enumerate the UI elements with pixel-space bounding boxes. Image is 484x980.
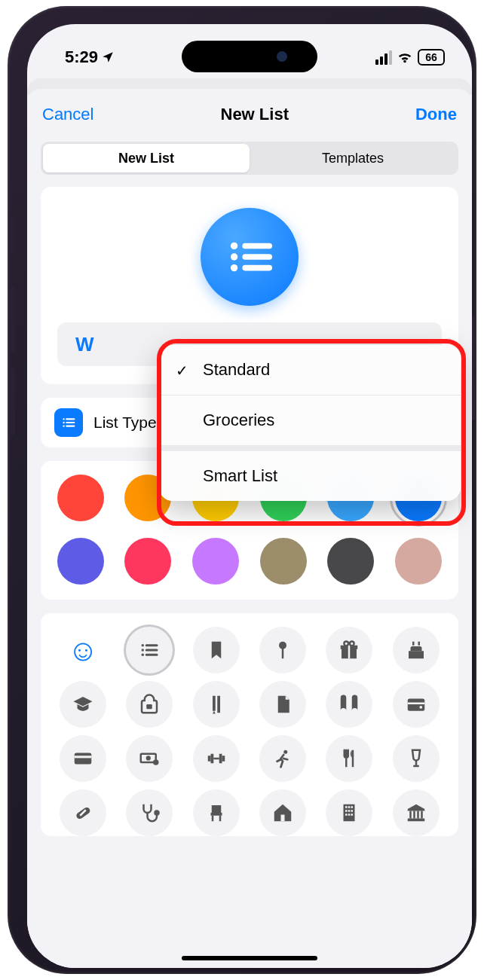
side-button	[9, 285, 15, 353]
svg-rect-65	[351, 814, 354, 816]
done-button[interactable]: Done	[415, 105, 457, 124]
svg-rect-22	[348, 646, 351, 659]
cash-icon[interactable]	[126, 735, 173, 782]
tab-templates[interactable]: Templates	[250, 144, 456, 172]
modal-sheet: Cancel New List Done New List Templates	[27, 89, 472, 968]
color-swatch[interactable]	[192, 538, 239, 585]
svg-rect-64	[348, 814, 351, 816]
svg-rect-39	[208, 756, 211, 762]
battery-indicator: 66	[418, 49, 445, 66]
list-bullet[interactable]	[126, 627, 173, 673]
home-indicator[interactable]	[182, 956, 317, 960]
svg-rect-68	[417, 811, 419, 819]
dynamic-island	[182, 41, 317, 72]
cake-icon[interactable]	[393, 627, 440, 673]
side-button	[9, 368, 15, 435]
svg-rect-31	[408, 699, 425, 711]
svg-point-37	[146, 756, 151, 760]
color-swatch[interactable]	[57, 475, 104, 521]
segmented-control[interactable]: New List Templates	[41, 142, 458, 175]
color-swatch[interactable]	[124, 538, 171, 585]
svg-rect-29	[213, 696, 216, 711]
list-icon-preview	[201, 208, 299, 306]
svg-point-12	[142, 644, 145, 647]
icon-picker-card: ☺	[41, 613, 458, 836]
svg-rect-59	[351, 806, 354, 808]
svg-point-24	[350, 641, 354, 646]
popup-option-smart-list[interactable]: Smart List	[159, 445, 461, 501]
color-swatch[interactable]	[395, 538, 442, 585]
svg-rect-57	[345, 806, 348, 808]
svg-point-38	[153, 759, 159, 765]
running-icon[interactable]	[259, 735, 306, 782]
svg-point-23	[345, 641, 349, 646]
svg-rect-55	[281, 815, 285, 822]
emoji-picker[interactable]: ☺	[60, 627, 106, 673]
list-type-popup: ✓ Standard Groceries Smart List	[159, 345, 461, 501]
screen: 5:29 66 Cancel New List Done New List Te…	[27, 24, 472, 968]
stethoscope-icon[interactable]	[126, 789, 173, 836]
svg-point-44	[283, 750, 287, 754]
book-icon[interactable]	[326, 681, 372, 728]
svg-rect-26	[412, 642, 415, 646]
list-type-row-icon	[54, 408, 83, 437]
svg-rect-70	[408, 819, 425, 822]
dumbbell-icon[interactable]	[193, 735, 240, 782]
svg-point-18	[279, 642, 286, 649]
svg-rect-28	[147, 704, 153, 709]
popup-option-standard[interactable]: ✓ Standard	[159, 345, 461, 395]
svg-point-16	[142, 654, 145, 657]
document-icon[interactable]	[259, 681, 306, 728]
pill-icon[interactable]	[60, 789, 106, 836]
svg-rect-69	[421, 811, 423, 819]
pin-icon[interactable]	[259, 627, 306, 673]
svg-rect-67	[413, 811, 415, 819]
svg-point-10	[63, 425, 64, 426]
svg-rect-35	[75, 756, 92, 758]
svg-rect-34	[75, 753, 92, 765]
pencil-ruler-icon[interactable]	[193, 681, 240, 728]
popup-option-groceries[interactable]: Groceries	[159, 395, 461, 445]
chair-icon[interactable]	[193, 789, 240, 836]
svg-rect-43	[222, 756, 225, 762]
list-name-value: W	[75, 333, 94, 356]
svg-rect-41	[213, 758, 219, 760]
color-swatch[interactable]	[327, 538, 374, 585]
color-swatch[interactable]	[260, 538, 307, 585]
svg-rect-63	[345, 814, 348, 816]
page-title: New List	[221, 105, 289, 124]
svg-rect-58	[348, 806, 351, 808]
svg-rect-66	[409, 811, 412, 819]
svg-rect-52	[210, 813, 222, 816]
wineglass-icon[interactable]	[393, 735, 440, 782]
wallet-icon[interactable]	[393, 681, 440, 728]
backpack-icon[interactable]	[126, 681, 173, 728]
phone-frame: 5:29 66 Cancel New List Done New List Te…	[8, 6, 476, 974]
svg-rect-25	[409, 651, 424, 658]
graduation-icon[interactable]	[60, 681, 106, 728]
svg-point-0	[231, 243, 237, 249]
svg-rect-54	[219, 816, 222, 822]
side-button	[9, 217, 15, 255]
tab-new-list[interactable]: New List	[43, 144, 250, 172]
svg-rect-19	[282, 649, 284, 659]
svg-rect-32	[408, 703, 425, 705]
svg-rect-51	[212, 805, 222, 813]
svg-rect-60	[345, 810, 348, 812]
color-swatch[interactable]	[57, 538, 104, 585]
svg-point-2	[231, 253, 237, 260]
cancel-button[interactable]: Cancel	[42, 105, 93, 124]
house-icon[interactable]	[259, 789, 306, 836]
bookmark-icon[interactable]	[193, 627, 240, 673]
svg-rect-45	[352, 750, 354, 768]
card-icon[interactable]	[60, 735, 106, 782]
building-icon[interactable]	[326, 789, 372, 836]
svg-point-33	[419, 706, 422, 709]
svg-rect-61	[348, 810, 351, 812]
svg-point-50	[155, 811, 159, 815]
bank-icon[interactable]	[393, 789, 440, 836]
checkmark-icon: ✓	[176, 362, 188, 380]
cellular-icon	[375, 50, 392, 65]
fork-knife-icon[interactable]	[326, 735, 372, 782]
gift-icon[interactable]	[326, 627, 372, 673]
